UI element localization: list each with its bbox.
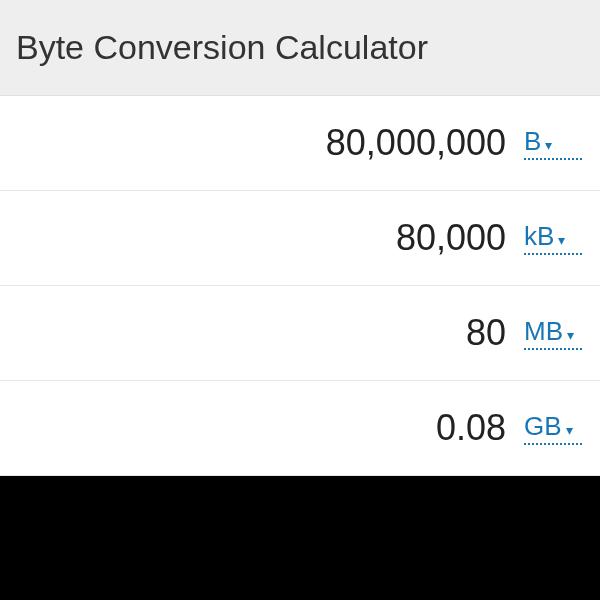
conversion-row: 0.08 GB ▾ xyxy=(0,381,600,476)
panel-title: Byte Conversion Calculator xyxy=(0,0,600,96)
value-display[interactable]: 80 xyxy=(466,312,506,354)
conversion-row: 80 MB ▾ xyxy=(0,286,600,381)
unit-label: GB xyxy=(524,411,562,442)
unit-selector-kilobytes[interactable]: kB ▾ xyxy=(524,221,582,255)
chevron-down-icon: ▾ xyxy=(567,327,574,343)
value-display[interactable]: 0.08 xyxy=(436,407,506,449)
unit-label: B xyxy=(524,126,541,157)
conversion-row: 80,000,000 B ▾ xyxy=(0,96,600,191)
value-display[interactable]: 80,000 xyxy=(396,217,506,259)
unit-label: kB xyxy=(524,221,554,252)
unit-selector-gigabytes[interactable]: GB ▾ xyxy=(524,411,582,445)
unit-selector-megabytes[interactable]: MB ▾ xyxy=(524,316,582,350)
chevron-down-icon: ▾ xyxy=(566,422,573,438)
chevron-down-icon: ▾ xyxy=(545,137,552,153)
value-display[interactable]: 80,000,000 xyxy=(326,122,506,164)
chevron-down-icon: ▾ xyxy=(558,232,565,248)
conversion-row: 80,000 kB ▾ xyxy=(0,191,600,286)
unit-selector-bytes[interactable]: B ▾ xyxy=(524,126,582,160)
unit-label: MB xyxy=(524,316,563,347)
calculator-panel: Byte Conversion Calculator 80,000,000 B … xyxy=(0,0,600,476)
